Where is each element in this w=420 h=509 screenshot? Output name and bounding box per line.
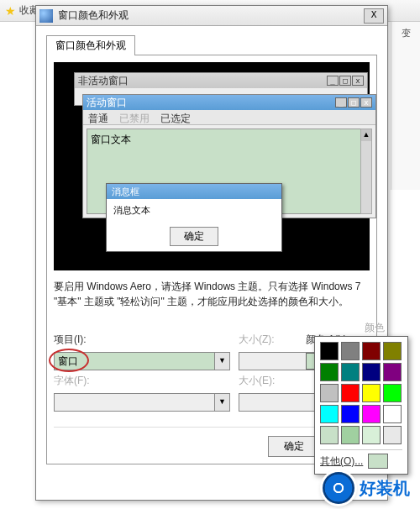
watermark-logo-icon [323, 472, 354, 504]
current-color-swatch [368, 454, 388, 469]
chevron-down-icon[interactable]: ▼ [215, 352, 230, 370]
chevron-down-icon: ▼ [215, 393, 230, 412]
color-swatch[interactable] [362, 384, 381, 402]
color-swatch[interactable] [320, 426, 339, 444]
color-swatch[interactable] [320, 405, 339, 423]
side-panel-label: 变 [391, 22, 420, 45]
close-icon: x [360, 97, 372, 108]
preview-active-controls: _ □ x [335, 97, 372, 108]
color-swatch[interactable] [341, 363, 360, 381]
color-swatch[interactable] [362, 363, 381, 381]
side-panel: 变 [391, 22, 420, 190]
favorites-icon[interactable]: ★ [5, 4, 16, 18]
size-field: ▼ ▲ ▼ [239, 352, 297, 370]
preview-scrollbar: ▲ [360, 129, 372, 214]
menu-disabled: 已禁用 [119, 113, 150, 124]
color-swatch[interactable] [320, 342, 339, 360]
color-swatch[interactable] [383, 363, 402, 381]
preview-messagebox-ok: 确定 [170, 227, 218, 246]
color-swatch[interactable] [383, 342, 402, 360]
font-combo: ▼ [54, 393, 230, 412]
other-colors-link[interactable]: 其他(O)... [320, 454, 363, 469]
color-swatch[interactable] [341, 426, 360, 444]
color-swatch[interactable] [362, 405, 381, 423]
maximize-icon: □ [339, 76, 351, 86]
preview-messagebox-text: 消息文本 [107, 199, 281, 222]
font-size-label: 大小(E): [239, 374, 297, 388]
close-icon: x [352, 76, 364, 86]
preview-active-title-text: 活动窗口 [87, 96, 127, 110]
item-combo[interactable]: ▼ [54, 352, 230, 370]
minimize-icon: _ [327, 76, 339, 86]
watermark-text: 好装机 [360, 477, 410, 500]
color-swatch[interactable] [320, 363, 339, 381]
preview-messagebox: 消息框 消息文本 确定 [106, 183, 282, 252]
color-swatch[interactable] [341, 405, 360, 423]
color-swatch-grid [320, 342, 402, 444]
color-popup[interactable]: 其他(O)... [314, 336, 408, 475]
minimize-icon: _ [335, 97, 347, 108]
color-swatch[interactable] [362, 426, 381, 444]
menu-selected: 已选定 [160, 113, 191, 124]
color-swatch[interactable] [362, 342, 381, 360]
dialog-title: 窗口颜色和外观 [58, 8, 362, 23]
preview-menubar: 普通 已禁用 已选定 [83, 110, 375, 125]
preview-window-text: 窗口文本 [91, 134, 131, 145]
preview-active-window: 活动窗口 _ □ x 普通 已禁用 已选定 窗口文本 [82, 94, 376, 218]
size-label: 大小(Z): [239, 333, 297, 347]
preview-inactive-title-text: 非活动窗口 [78, 74, 129, 88]
preview-messagebox-title: 消息框 [107, 184, 281, 199]
scroll-up-icon: ▲ [361, 129, 371, 141]
font-input [54, 393, 215, 412]
preview-active-titlebar: 活动窗口 _ □ x [83, 95, 375, 110]
watermark: 好装机 [323, 472, 410, 504]
maximize-icon: □ [348, 97, 360, 108]
color-swatch[interactable] [320, 384, 339, 402]
tab-window-color[interactable]: 窗口颜色和外观 [46, 35, 135, 55]
color-swatch[interactable] [383, 405, 402, 423]
color-swatch[interactable] [383, 426, 402, 444]
font-label: 字体(F): [54, 374, 230, 388]
dialog-titlebar[interactable]: 窗口颜色和外观 X [36, 6, 387, 26]
color-swatch[interactable] [383, 384, 402, 402]
preview-inactive-titlebar: 非活动窗口 _ □ x [75, 73, 367, 88]
item-combo-input[interactable] [54, 352, 215, 370]
tab-strip: 窗口颜色和外观 [46, 34, 377, 55]
preview-area: 非活动窗口 _ □ x 活动窗口 _ □ x [54, 62, 370, 270]
color-swatch[interactable] [341, 384, 360, 402]
item-label: 项目(I): [54, 333, 230, 347]
close-button[interactable]: X [364, 8, 384, 24]
menu-normal: 普通 [88, 113, 108, 124]
color-swatch[interactable] [341, 342, 360, 360]
app-icon [39, 9, 53, 23]
ok-button[interactable]: 确定 [268, 436, 320, 457]
font-size-combo: ▼ [239, 393, 297, 412]
preview-inactive-controls: _ □ x [327, 76, 364, 86]
description-text: 要启用 Windows Aero，请选择 Windows 主题。只有选择 Win… [54, 279, 370, 309]
preview-client-area: 窗口文本 消息框 消息文本 确定 [87, 129, 372, 214]
